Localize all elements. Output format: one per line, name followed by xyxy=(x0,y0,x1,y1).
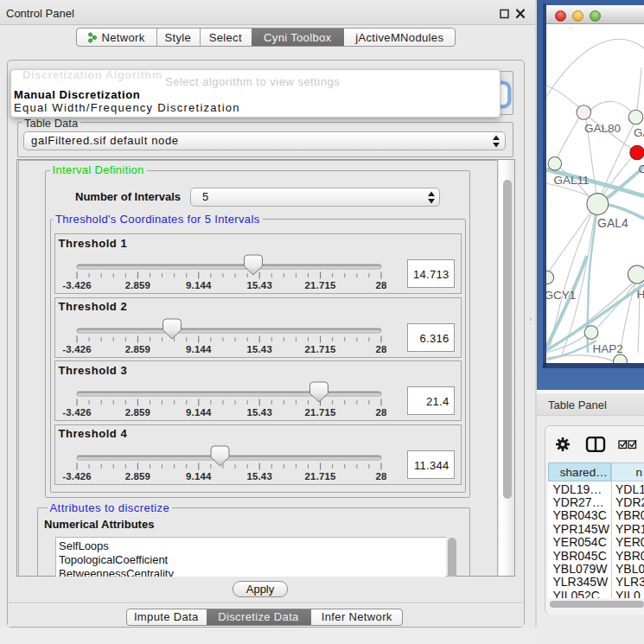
svg-text:-3.426: -3.426 xyxy=(62,280,92,290)
svg-text:GCY1: GCY1 xyxy=(546,289,576,302)
svg-text:28: 28 xyxy=(375,470,386,481)
svg-text:2.859: 2.859 xyxy=(125,343,151,354)
svg-text:15.43: 15.43 xyxy=(246,470,272,481)
svg-text:9.144: 9.144 xyxy=(186,280,212,290)
svg-text:-3.426: -3.426 xyxy=(62,343,92,354)
svg-text:21.715: 21.715 xyxy=(305,343,337,354)
svg-text:15.43: 15.43 xyxy=(246,280,272,290)
svg-text:28: 28 xyxy=(375,343,386,354)
svg-text:GAL80: GAL80 xyxy=(584,122,621,135)
svg-text:CDC1: CDC1 xyxy=(639,163,644,175)
svg-text:HIS7: HIS7 xyxy=(637,288,644,301)
svg-text:GAL4: GAL4 xyxy=(597,216,628,230)
svg-text:-3.426: -3.426 xyxy=(62,470,92,481)
svg-text:21.715: 21.715 xyxy=(305,470,337,481)
svg-text:21.715: 21.715 xyxy=(305,407,337,418)
svg-text:2.859: 2.859 xyxy=(125,407,151,418)
svg-text:GAL3: GAL3 xyxy=(634,126,644,139)
svg-text:9.144: 9.144 xyxy=(186,407,212,418)
svg-text:9.144: 9.144 xyxy=(186,343,212,354)
svg-text:21.715: 21.715 xyxy=(305,280,337,290)
svg-text:15.43: 15.43 xyxy=(246,343,272,354)
svg-text:HAP2: HAP2 xyxy=(593,342,623,355)
svg-text:2.859: 2.859 xyxy=(125,280,151,290)
svg-text:2.859: 2.859 xyxy=(125,470,151,481)
svg-text:9.144: 9.144 xyxy=(186,470,212,481)
svg-text:15.43: 15.43 xyxy=(246,407,272,418)
svg-text:28: 28 xyxy=(375,280,386,290)
svg-text:-3.426: -3.426 xyxy=(62,407,92,418)
svg-text:GAL11: GAL11 xyxy=(554,174,590,187)
svg-text:28: 28 xyxy=(375,407,386,418)
